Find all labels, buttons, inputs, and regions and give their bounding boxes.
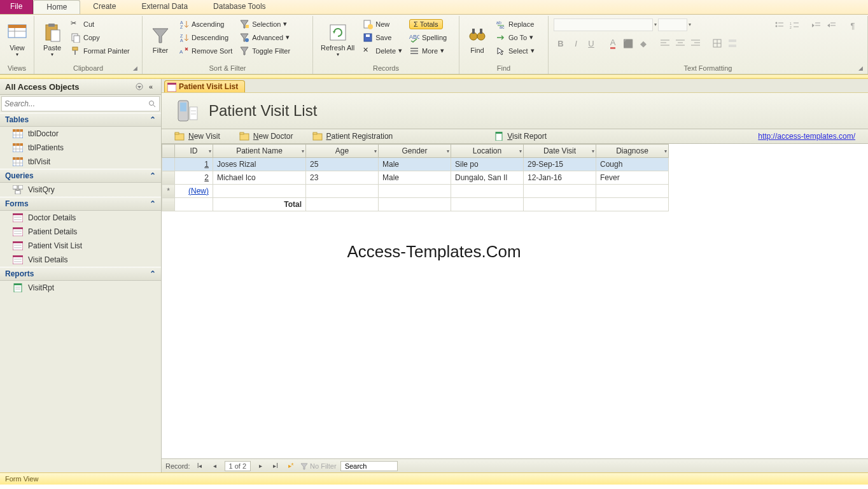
- col-age[interactable]: Age▾: [306, 145, 379, 158]
- patient-registration-link[interactable]: Patient Registration: [312, 132, 393, 141]
- cell-diag[interactable]: Cough: [596, 158, 669, 171]
- cell-age[interactable]: 25: [306, 158, 379, 171]
- col-patient-name[interactable]: Patient Name▾: [213, 145, 306, 158]
- nav-item-patient-visit-list[interactable]: Patient Visit List: [0, 239, 161, 253]
- next-record-button[interactable]: ▸: [255, 461, 266, 471]
- nav-item-tblvisit[interactable]: tblVisit: [0, 155, 161, 169]
- textfmt-dialog-launcher[interactable]: ◢: [858, 65, 866, 73]
- nav-item-visitqry[interactable]: VisitQry: [0, 183, 161, 197]
- filter-button[interactable]: Filter: [146, 17, 174, 62]
- nav-search[interactable]: [1, 96, 160, 111]
- new-row-label[interactable]: (New): [188, 187, 209, 195]
- cell-location[interactable]: Sile po: [451, 158, 524, 171]
- nav-cat-tables[interactable]: Tables⌃: [0, 113, 161, 127]
- align-right-button[interactable]: [689, 36, 703, 50]
- clipboard-dialog-launcher[interactable]: ◢: [133, 65, 141, 73]
- cell-id[interactable]: 1: [175, 158, 213, 171]
- cell-gender[interactable]: Male: [379, 171, 451, 185]
- format-painter-button[interactable]: Format Painter: [68, 44, 132, 57]
- paste-button[interactable]: Paste▾: [38, 17, 66, 62]
- chevron-down-icon[interactable]: ▾: [302, 148, 304, 154]
- new-row-selector[interactable]: *: [162, 185, 175, 198]
- refresh-all-button[interactable]: Refresh All▾: [317, 17, 358, 62]
- col-gender[interactable]: Gender▾: [379, 145, 451, 158]
- file-tab[interactable]: File: [0, 0, 33, 14]
- numbering-button[interactable]: 12: [787, 18, 801, 32]
- underline-button[interactable]: U: [584, 36, 598, 50]
- record-position[interactable]: 1 of 2: [225, 461, 251, 471]
- font-color-button[interactable]: A: [606, 36, 620, 50]
- more-button[interactable]: More ▾: [407, 44, 449, 57]
- nav-search-input[interactable]: [4, 98, 148, 110]
- chevron-down-icon[interactable]: ▾: [209, 148, 211, 154]
- nav-cat-queries[interactable]: Queries⌃: [0, 169, 161, 183]
- spelling-button[interactable]: ABCSpelling: [407, 31, 449, 44]
- remove-sort-button[interactable]: ARemove Sort: [176, 44, 235, 57]
- nav-cat-forms[interactable]: Forms⌃: [0, 197, 161, 211]
- nav-item-tblpatients[interactable]: tblPatients: [0, 141, 161, 155]
- table-row[interactable]: 2 Michael Ico 23 Male Dungalo, San Il 12…: [162, 171, 669, 185]
- highlight-button[interactable]: ⬛: [621, 36, 635, 50]
- select-all-corner[interactable]: [162, 145, 175, 158]
- replace-button[interactable]: abacReplace: [493, 17, 537, 31]
- chevron-down-icon[interactable]: ▾: [447, 148, 449, 154]
- align-left-button[interactable]: [658, 36, 672, 50]
- nav-cat-reports[interactable]: Reports⌃: [0, 267, 161, 281]
- chevron-down-icon[interactable]: ▾: [592, 148, 594, 154]
- cell-gender[interactable]: Male: [379, 158, 451, 171]
- create-tab[interactable]: Create: [80, 0, 129, 14]
- chevron-down-icon[interactable]: ▾: [664, 148, 667, 154]
- ascending-button[interactable]: AZAscending: [176, 17, 235, 31]
- cell-name[interactable]: Michael Ico: [213, 171, 306, 185]
- cell-age[interactable]: 23: [306, 171, 379, 185]
- bullets-button[interactable]: [772, 18, 786, 32]
- home-tab[interactable]: Home: [33, 0, 80, 14]
- external-data-tab[interactable]: External Data: [129, 0, 200, 14]
- nav-item-tbldoctor[interactable]: tblDoctor: [0, 127, 161, 141]
- gridlines-button[interactable]: [710, 36, 724, 50]
- no-filter-indicator[interactable]: No Filter: [300, 462, 337, 470]
- table-row[interactable]: 1 Joses Rizal 25 Male Sile po 29-Sep-15 …: [162, 158, 669, 171]
- nav-dropdown-button[interactable]: [134, 82, 144, 92]
- nav-item-visitrpt[interactable]: VisitRpt: [0, 281, 161, 295]
- new-row[interactable]: * (New): [162, 185, 669, 198]
- search-icon[interactable]: [148, 99, 157, 108]
- fill-button[interactable]: ◆: [636, 36, 650, 50]
- last-record-button[interactable]: ▸I: [270, 461, 281, 471]
- visit-report-link[interactable]: Visit Report: [494, 132, 547, 141]
- increase-indent-button[interactable]: [824, 18, 838, 32]
- document-tab[interactable]: Patient Visit List: [164, 80, 245, 92]
- database-tools-tab[interactable]: Database Tools: [200, 0, 279, 14]
- align-center-button[interactable]: [673, 36, 687, 50]
- bold-button[interactable]: B: [554, 36, 568, 50]
- cell-date[interactable]: 29-Sep-15: [524, 158, 596, 171]
- nav-item-doctor-details[interactable]: Doctor Details: [0, 211, 161, 225]
- find-button[interactable]: Find: [463, 17, 491, 62]
- cell-date[interactable]: 12-Jan-16: [524, 171, 596, 185]
- col-location[interactable]: Location▾: [451, 145, 524, 158]
- col-diagnose[interactable]: Diagnose▾: [596, 145, 669, 158]
- toggle-filter-button[interactable]: Toggle Filter: [237, 44, 293, 57]
- cell-id[interactable]: 2: [175, 171, 213, 185]
- row-selector[interactable]: [162, 158, 175, 171]
- save-button[interactable]: Save: [360, 31, 405, 44]
- view-button[interactable]: View▾: [4, 17, 31, 62]
- totals-button[interactable]: ΣTotals: [407, 17, 449, 31]
- new-visit-link[interactable]: NNew Visitew Visit: [174, 132, 220, 141]
- nav-item-patient-details[interactable]: Patient Details: [0, 225, 161, 239]
- new-record-nav-button[interactable]: ▸*: [285, 461, 297, 471]
- select-button[interactable]: Select ▾: [493, 44, 537, 57]
- col-id[interactable]: ID▾: [175, 145, 213, 158]
- record-search-input[interactable]: [340, 461, 398, 471]
- datasheet[interactable]: ID▾ Patient Name▾ Age▾ Gender▾ Location▾…: [162, 144, 868, 211]
- new-record-button[interactable]: New: [360, 17, 405, 31]
- text-direction-button[interactable]: ¶: [846, 18, 860, 32]
- alt-row-color-button[interactable]: [725, 36, 739, 50]
- cell-location[interactable]: Dungalo, San Il: [451, 171, 524, 185]
- col-date-visit[interactable]: Date Visit▾: [524, 145, 596, 158]
- cut-button[interactable]: ✂Cut: [68, 17, 132, 31]
- chevron-down-icon[interactable]: ▾: [374, 148, 377, 154]
- decrease-indent-button[interactable]: [809, 18, 823, 32]
- goto-button[interactable]: Go To ▾: [493, 31, 537, 44]
- row-selector[interactable]: [162, 171, 175, 185]
